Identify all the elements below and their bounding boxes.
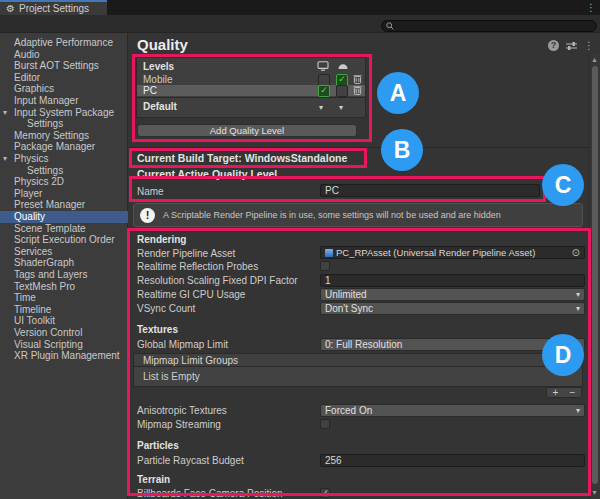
level-row-mobile[interactable]: Mobile bbox=[137, 74, 365, 85]
tab-project-settings[interactable]: ⚙ Project Settings bbox=[0, 0, 107, 15]
quality-name-field[interactable]: PC bbox=[320, 184, 540, 197]
asset-icon bbox=[325, 249, 333, 257]
page-title: Quality bbox=[137, 36, 188, 53]
scroll-up-icon[interactable]: ▲ bbox=[591, 56, 598, 63]
warning-icon: ! bbox=[140, 208, 155, 223]
search-input[interactable] bbox=[397, 20, 591, 32]
search-box[interactable] bbox=[381, 20, 597, 32]
billboards-checkbox[interactable] bbox=[320, 488, 330, 498]
levels-header-row: Levels bbox=[137, 61, 365, 72]
levels-header: Levels bbox=[143, 61, 174, 72]
annotation-bubble-c: C bbox=[542, 164, 584, 206]
object-picker-icon[interactable]: ⊙ bbox=[572, 248, 580, 258]
gear-icon: ⚙ bbox=[6, 4, 15, 14]
sidebar-item-version-control[interactable]: Version Control bbox=[0, 327, 128, 339]
sidebar-item-ui-toolkit[interactable]: UI Toolkit bbox=[0, 315, 128, 327]
particle-raycast-budget-field[interactable]: 256 bbox=[320, 454, 585, 467]
render-pipeline-asset-field[interactable]: PC_RPAsset (Universal Render Pipeline As… bbox=[320, 246, 585, 259]
global-mipmap-label: Global Mipmap Limit bbox=[137, 339, 228, 350]
sidebar-item-editor[interactable]: Editor bbox=[0, 72, 128, 84]
current-build-target: Current Build Target: WindowsStandalone bbox=[137, 152, 347, 164]
srp-warning-box: ! A Scriptable Render Pipeline is in use… bbox=[133, 203, 583, 227]
sidebar-item-preset-manager[interactable]: Preset Manager bbox=[0, 199, 128, 211]
trash-icon[interactable] bbox=[353, 74, 362, 84]
realtime-gi-label: Realtime GI CPU Usage bbox=[137, 289, 245, 300]
sidebar-item-package-manager[interactable]: Package Manager bbox=[0, 141, 128, 153]
scroll-down-icon[interactable]: ▼ bbox=[591, 489, 598, 496]
anisotropic-label: Anisotropic Textures bbox=[137, 405, 227, 416]
default-mobile-dropdown-icon[interactable]: ▾ bbox=[339, 102, 343, 113]
sidebar-item-input-system-settings[interactable]: Settings bbox=[0, 118, 128, 130]
annotation-bubble-b: B bbox=[381, 129, 423, 171]
mipmap-streaming-label: Mipmap Streaming bbox=[137, 419, 221, 430]
search-icon bbox=[386, 22, 394, 30]
sidebar-item-physics[interactable]: ▾Physics bbox=[0, 153, 128, 165]
sidebar-item-shadergraph[interactable]: ShaderGraph bbox=[0, 257, 128, 269]
sidebar-item-textmesh-pro[interactable]: TextMesh Pro bbox=[0, 281, 128, 293]
terrain-header: Terrain bbox=[137, 474, 170, 485]
level-name: Mobile bbox=[143, 74, 172, 85]
levels-default-row: Default ▾ ▾ bbox=[137, 101, 365, 112]
particles-header: Particles bbox=[137, 440, 179, 451]
render-pipeline-asset-value: PC_RPAsset (Universal Render Pipeline As… bbox=[336, 247, 535, 259]
settings-sidebar: Adaptive Performance Audio Burst AOT Set… bbox=[0, 33, 128, 499]
realtime-gi-dropdown[interactable]: Unlimited ▾ bbox=[320, 288, 585, 301]
sidebar-item-burst-aot-settings[interactable]: Burst AOT Settings bbox=[0, 60, 128, 72]
project-settings-window: ⚙ Project Settings ⋮ Adaptive Performanc… bbox=[0, 0, 600, 499]
add-quality-level-button[interactable]: Add Quality Level bbox=[137, 124, 357, 137]
sidebar-item-memory-settings[interactable]: Memory Settings bbox=[0, 130, 128, 142]
sidebar-item-xr-plugin-management[interactable]: XR Plugin Management bbox=[0, 350, 128, 362]
warning-text: A Scriptable Render Pipeline is in use, … bbox=[163, 210, 501, 220]
sidebar-item-graphics[interactable]: Graphics bbox=[0, 83, 128, 95]
default-desktop-dropdown-icon[interactable]: ▾ bbox=[319, 102, 323, 113]
realtime-reflection-probes-checkbox[interactable] bbox=[320, 261, 330, 271]
mipmap-limit-groups-header[interactable]: Mipmap Limit Groups bbox=[133, 353, 583, 367]
sidebar-item-script-execution-order[interactable]: Script Execution Order bbox=[0, 234, 128, 246]
chevron-down-icon: ▾ bbox=[576, 405, 580, 417]
level-row-pc[interactable]: PC bbox=[137, 85, 365, 96]
scrollbar-thumb[interactable] bbox=[592, 66, 598, 484]
sidebar-item-adaptive-performance[interactable]: Adaptive Performance bbox=[0, 37, 128, 49]
trash-icon[interactable] bbox=[353, 85, 362, 95]
help-icon[interactable]: ? bbox=[548, 40, 559, 51]
vsync-label: VSync Count bbox=[137, 303, 195, 314]
sidebar-item-tags-and-layers[interactable]: Tags and Layers bbox=[0, 269, 128, 281]
panel-menu-icon[interactable]: ⋮ bbox=[584, 41, 594, 51]
sidebar-item-quality[interactable]: Quality bbox=[0, 211, 128, 223]
textures-header: Textures bbox=[137, 324, 178, 335]
rendering-header: Rendering bbox=[137, 234, 186, 245]
window-tab-bar: ⚙ Project Settings ⋮ bbox=[0, 0, 600, 15]
add-list-item-button[interactable]: + bbox=[553, 388, 559, 397]
presets-icon[interactable] bbox=[566, 41, 577, 51]
mipmap-streaming-checkbox[interactable] bbox=[320, 419, 330, 429]
foldout-triangle-icon[interactable]: ▾ bbox=[3, 153, 7, 165]
anisotropic-dropdown[interactable]: Forced On ▾ bbox=[320, 404, 585, 417]
name-label: Name bbox=[137, 186, 164, 197]
level-pc-desktop-checkbox[interactable] bbox=[318, 85, 330, 97]
sidebar-item-time[interactable]: Time bbox=[0, 292, 128, 304]
dpi-factor-field[interactable]: 1 bbox=[320, 274, 585, 287]
dpi-factor-label: Resolution Scaling Fixed DPI Factor bbox=[137, 275, 298, 286]
window-menu-icon[interactable]: ⋮ bbox=[586, 3, 596, 13]
mipmap-limit-groups-list: List is Empty bbox=[133, 366, 583, 387]
sidebar-item-scene-template[interactable]: Scene Template bbox=[0, 223, 128, 235]
sidebar-item-physics-settings[interactable]: Settings bbox=[0, 165, 128, 177]
sidebar-item-timeline[interactable]: Timeline bbox=[0, 304, 128, 316]
sidebar-item-services[interactable]: Services bbox=[0, 246, 128, 258]
remove-list-item-button[interactable]: − bbox=[570, 388, 576, 397]
level-name: PC bbox=[143, 85, 157, 96]
sidebar-item-input-manager[interactable]: Input Manager bbox=[0, 95, 128, 107]
global-mipmap-dropdown[interactable]: 0: Full Resolution ▾ bbox=[320, 338, 585, 351]
realtime-reflection-probes-label: Realtime Reflection Probes bbox=[137, 261, 258, 272]
sidebar-item-visual-scripting[interactable]: Visual Scripting bbox=[0, 339, 128, 351]
sidebar-item-input-system-package[interactable]: ▾Input System Package bbox=[0, 107, 128, 119]
sidebar-item-player[interactable]: Player bbox=[0, 188, 128, 200]
level-pc-mobile-checkbox[interactable] bbox=[336, 85, 348, 97]
sidebar-item-physics-2d[interactable]: Physics 2D bbox=[0, 176, 128, 188]
annotation-bubble-a: A bbox=[377, 72, 419, 114]
quality-levels-box: Levels Mobile PC Default bbox=[136, 57, 366, 118]
current-active-quality-header: Current Active Quality Level bbox=[137, 168, 277, 180]
foldout-triangle-icon[interactable]: ▾ bbox=[3, 107, 7, 119]
sidebar-item-audio[interactable]: Audio bbox=[0, 49, 128, 61]
vsync-dropdown[interactable]: Don't Sync ▾ bbox=[320, 302, 585, 315]
